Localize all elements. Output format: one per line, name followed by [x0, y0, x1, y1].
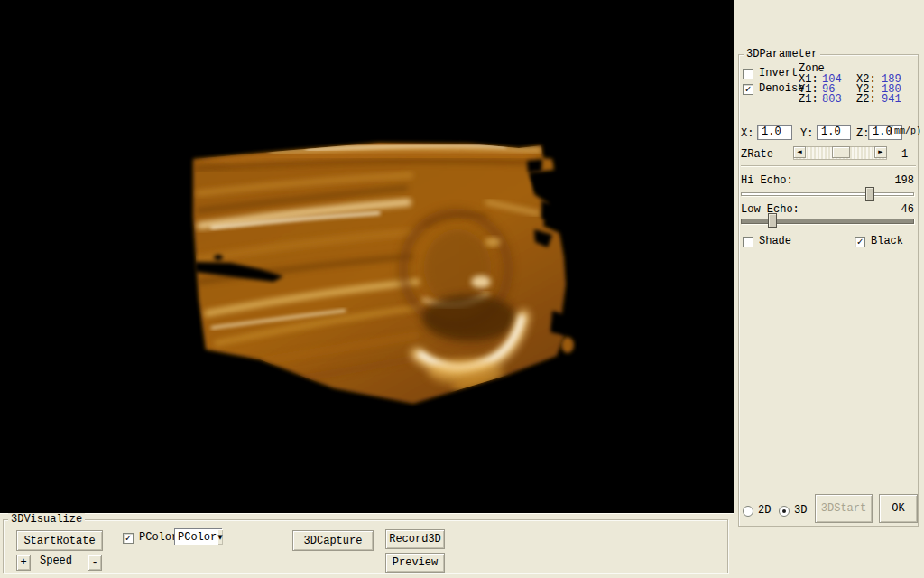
zrate-label: ZRate [741, 149, 773, 161]
low-echo-slider-thumb[interactable] [768, 213, 777, 228]
hi-echo-slider-thumb[interactable] [865, 187, 874, 201]
zrate-scrollbar[interactable]: ◄ ► [793, 146, 887, 160]
parameter-group-title: 3DParameter [744, 48, 820, 61]
pcolor-checkbox[interactable]: ✓ [123, 533, 134, 544]
shade-label: Shade [759, 236, 791, 247]
pcolor-select[interactable]: PColor ▼ [174, 528, 222, 545]
speed-minus-button[interactable]: - [88, 555, 102, 571]
pcolor-select-value: PColor [175, 531, 217, 544]
mode-2d-radio[interactable] [743, 506, 753, 517]
check-icon: ✓ [745, 85, 752, 95]
speed-plus-button[interactable]: + [16, 555, 31, 571]
check-icon: ✓ [125, 534, 132, 544]
hi-echo-value: 198 [894, 175, 914, 187]
zone-z2-value: 941 [882, 93, 901, 106]
record-3d-button[interactable]: Record3D [385, 529, 445, 549]
render-viewport[interactable] [0, 0, 734, 513]
parameter-groupbox: 3DParameter Invert ✓ Denoise Zone X1:104… [738, 54, 919, 527]
start-rotate-button[interactable]: StartRotate [16, 530, 103, 551]
low-echo-slider-track[interactable] [741, 219, 914, 224]
app-window: 3DParameter Invert ✓ Denoise Zone X1:104… [0, 0, 924, 578]
hi-echo-slider-track[interactable] [741, 192, 914, 196]
chevron-down-icon: ▼ [217, 534, 222, 541]
pcolor-select-dropdown-button[interactable]: ▼ [217, 529, 222, 545]
start-3d-button[interactable]: 3DStart [815, 494, 873, 523]
low-echo-value: 46 [901, 204, 914, 216]
speed-label: Speed [40, 555, 72, 567]
ok-button[interactable]: OK [879, 494, 918, 523]
pcolor-label: PColor [139, 532, 178, 544]
visualize-groupbox: 3DVisualize StartRotate ✓ PColor PColor … [3, 519, 728, 573]
invert-label: Invert [759, 68, 798, 79]
invert-checkbox[interactable] [743, 69, 753, 79]
separator [741, 165, 916, 167]
zrate-value: 1 [901, 149, 908, 161]
zone-row: Z1:803Z2:941 [799, 94, 901, 106]
arrow-right-icon: ► [878, 149, 882, 155]
denoise-label: Denoise [759, 83, 804, 95]
check-icon: ✓ [857, 238, 864, 247]
scale-unit-label: (mm/p) [889, 126, 921, 137]
black-label: Black [871, 236, 903, 247]
zone-z1-value: 803 [822, 94, 856, 106]
mode-3d-label: 3D [794, 505, 807, 517]
x-scale-input[interactable]: 1.0 [757, 125, 792, 140]
zone-z2-label: Z2: [856, 94, 882, 106]
mode-2d-label: 2D [758, 505, 771, 517]
zrate-scroll-thumb[interactable] [832, 146, 850, 158]
capture-3d-button[interactable]: 3DCapture [292, 530, 374, 551]
y-scale-input[interactable]: 1.0 [817, 125, 851, 140]
x-scale-label: X: [741, 128, 753, 140]
arrow-left-icon: ◄ [797, 149, 801, 155]
zrate-scroll-left-button[interactable]: ◄ [793, 146, 806, 158]
mode-3d-radio[interactable] [779, 506, 790, 517]
visualize-group-title: 3DVisualize [8, 513, 85, 526]
shade-checkbox[interactable] [743, 237, 753, 247]
zone-z1-label: Z1: [799, 94, 822, 106]
denoise-checkbox[interactable]: ✓ [743, 84, 753, 95]
volume-render [0, 0, 734, 513]
zrate-scroll-right-button[interactable]: ► [874, 146, 887, 158]
visualize-panel: 3DVisualize StartRotate ✓ PColor PColor … [0, 513, 734, 578]
black-checkbox[interactable]: ✓ [855, 237, 865, 247]
parameter-panel: 3DParameter Invert ✓ Denoise Zone X1:104… [734, 0, 924, 578]
preview-button[interactable]: Preview [385, 553, 445, 573]
y-scale-label: Y: [800, 128, 813, 140]
hi-echo-label: Hi Echo: [741, 175, 793, 187]
